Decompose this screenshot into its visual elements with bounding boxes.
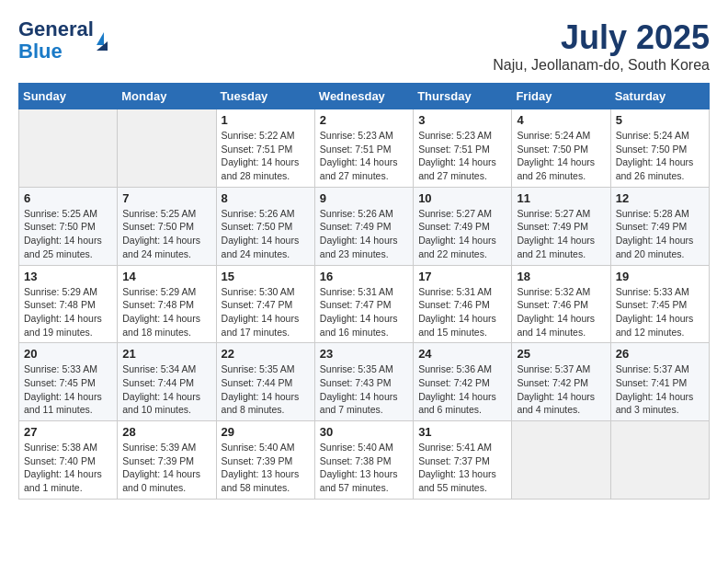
cell-info: Sunrise: 5:36 AMSunset: 7:42 PMDaylight:… bbox=[418, 362, 506, 417]
calendar-cell: 6Sunrise: 5:25 AMSunset: 7:50 PMDaylight… bbox=[19, 187, 118, 265]
cell-info: Sunrise: 5:24 AMSunset: 7:50 PMDaylight:… bbox=[517, 129, 605, 183]
cell-info: Sunrise: 5:23 AMSunset: 7:51 PMDaylight:… bbox=[320, 129, 408, 183]
day-number: 30 bbox=[320, 425, 408, 439]
page-title: July 2025 bbox=[493, 18, 710, 57]
calendar-cell: 24Sunrise: 5:36 AMSunset: 7:42 PMDayligh… bbox=[414, 343, 512, 421]
calendar-cell: 29Sunrise: 5:40 AMSunset: 7:39 PMDayligh… bbox=[216, 421, 314, 500]
calendar-cell: 7Sunrise: 5:25 AMSunset: 7:50 PMDaylight… bbox=[118, 187, 216, 265]
day-number: 11 bbox=[517, 191, 605, 205]
day-number: 22 bbox=[222, 347, 310, 361]
day-number: 7 bbox=[122, 191, 210, 205]
day-number: 9 bbox=[320, 191, 408, 205]
calendar-cell: 13Sunrise: 5:29 AMSunset: 7:48 PMDayligh… bbox=[19, 265, 118, 343]
calendar-cell: 25Sunrise: 5:37 AMSunset: 7:42 PMDayligh… bbox=[512, 343, 610, 421]
calendar-cell bbox=[512, 421, 610, 500]
day-number: 23 bbox=[320, 347, 408, 361]
calendar-cell: 10Sunrise: 5:27 AMSunset: 7:49 PMDayligh… bbox=[414, 187, 512, 265]
cell-info: Sunrise: 5:32 AMSunset: 7:46 PMDaylight:… bbox=[517, 285, 605, 339]
calendar-cell: 30Sunrise: 5:40 AMSunset: 7:38 PMDayligh… bbox=[314, 421, 413, 500]
calendar-cell: 23Sunrise: 5:35 AMSunset: 7:43 PMDayligh… bbox=[314, 343, 413, 421]
calendar-week: 20Sunrise: 5:33 AMSunset: 7:45 PMDayligh… bbox=[19, 343, 710, 421]
calendar-cell: 14Sunrise: 5:29 AMSunset: 7:48 PMDayligh… bbox=[118, 265, 216, 343]
calendar-cell: 20Sunrise: 5:33 AMSunset: 7:45 PMDayligh… bbox=[19, 343, 118, 421]
cell-info: Sunrise: 5:25 AMSunset: 7:50 PMDaylight:… bbox=[24, 207, 112, 261]
day-number: 26 bbox=[616, 347, 704, 361]
cell-info: Sunrise: 5:24 AMSunset: 7:50 PMDaylight:… bbox=[616, 129, 704, 183]
calendar-cell: 12Sunrise: 5:28 AMSunset: 7:49 PMDayligh… bbox=[610, 187, 709, 265]
calendar-cell: 19Sunrise: 5:33 AMSunset: 7:45 PMDayligh… bbox=[610, 265, 709, 343]
cell-info: Sunrise: 5:31 AMSunset: 7:47 PMDaylight:… bbox=[320, 285, 408, 339]
cell-info: Sunrise: 5:40 AMSunset: 7:38 PMDaylight:… bbox=[320, 441, 408, 495]
cell-info: Sunrise: 5:28 AMSunset: 7:49 PMDaylight:… bbox=[616, 207, 704, 261]
day-header: Saturday bbox=[610, 84, 709, 109]
day-number: 3 bbox=[418, 113, 506, 127]
calendar-cell: 16Sunrise: 5:31 AMSunset: 7:47 PMDayligh… bbox=[314, 265, 413, 343]
calendar-cell: 9Sunrise: 5:26 AMSunset: 7:49 PMDaylight… bbox=[314, 187, 413, 265]
cell-info: Sunrise: 5:33 AMSunset: 7:45 PMDaylight:… bbox=[616, 285, 704, 339]
cell-info: Sunrise: 5:26 AMSunset: 7:49 PMDaylight:… bbox=[320, 207, 408, 261]
day-number: 10 bbox=[418, 191, 506, 205]
cell-info: Sunrise: 5:35 AMSunset: 7:44 PMDaylight:… bbox=[222, 362, 310, 417]
day-number: 12 bbox=[616, 191, 704, 205]
day-number: 27 bbox=[24, 425, 112, 439]
calendar-cell: 18Sunrise: 5:32 AMSunset: 7:46 PMDayligh… bbox=[512, 265, 610, 343]
day-header: Thursday bbox=[414, 84, 512, 109]
day-header: Friday bbox=[512, 84, 610, 109]
day-number: 2 bbox=[320, 113, 408, 127]
day-number: 25 bbox=[517, 347, 605, 361]
calendar-cell: 27Sunrise: 5:38 AMSunset: 7:40 PMDayligh… bbox=[19, 421, 118, 500]
calendar-cell: 1Sunrise: 5:22 AMSunset: 7:51 PMDaylight… bbox=[216, 109, 314, 188]
day-header: Tuesday bbox=[216, 84, 314, 109]
calendar-cell: 4Sunrise: 5:24 AMSunset: 7:50 PMDaylight… bbox=[512, 109, 610, 188]
day-number: 15 bbox=[222, 270, 310, 283]
day-number: 24 bbox=[418, 347, 506, 361]
calendar-cell: 22Sunrise: 5:35 AMSunset: 7:44 PMDayligh… bbox=[216, 343, 314, 421]
cell-info: Sunrise: 5:37 AMSunset: 7:41 PMDaylight:… bbox=[616, 362, 704, 417]
day-number: 29 bbox=[222, 425, 310, 439]
calendar-cell bbox=[118, 109, 216, 188]
day-header: Monday bbox=[118, 84, 216, 109]
cell-info: Sunrise: 5:29 AMSunset: 7:48 PMDaylight:… bbox=[122, 285, 210, 339]
cell-info: Sunrise: 5:39 AMSunset: 7:39 PMDaylight:… bbox=[122, 441, 210, 495]
calendar-table: SundayMondayTuesdayWednesdayThursdayFrid… bbox=[18, 83, 710, 500]
calendar-body: 1Sunrise: 5:22 AMSunset: 7:51 PMDaylight… bbox=[19, 109, 710, 500]
cell-info: Sunrise: 5:31 AMSunset: 7:46 PMDaylight:… bbox=[418, 285, 506, 339]
calendar-cell bbox=[19, 109, 118, 188]
day-number: 18 bbox=[517, 270, 605, 283]
cell-info: Sunrise: 5:30 AMSunset: 7:47 PMDaylight:… bbox=[222, 285, 310, 339]
cell-info: Sunrise: 5:22 AMSunset: 7:51 PMDaylight:… bbox=[222, 129, 310, 183]
logo-text: GeneralBlue bbox=[18, 18, 94, 63]
cell-info: Sunrise: 5:23 AMSunset: 7:51 PMDaylight:… bbox=[418, 129, 506, 183]
page-subtitle: Naju, Jeollanam-do, South Korea bbox=[493, 57, 710, 74]
calendar-cell: 2Sunrise: 5:23 AMSunset: 7:51 PMDaylight… bbox=[314, 109, 413, 188]
cell-info: Sunrise: 5:27 AMSunset: 7:49 PMDaylight:… bbox=[418, 207, 506, 261]
title-area: July 2025 Naju, Jeollanam-do, South Kore… bbox=[493, 18, 710, 74]
page-header: GeneralBlue July 2025 Naju, Jeollanam-do… bbox=[18, 18, 710, 74]
day-number: 17 bbox=[418, 270, 506, 283]
cell-info: Sunrise: 5:34 AMSunset: 7:44 PMDaylight:… bbox=[122, 362, 210, 417]
calendar-cell bbox=[610, 421, 709, 500]
day-number: 1 bbox=[222, 113, 310, 127]
calendar-header: SundayMondayTuesdayWednesdayThursdayFrid… bbox=[19, 84, 710, 109]
calendar-week: 6Sunrise: 5:25 AMSunset: 7:50 PMDaylight… bbox=[19, 187, 710, 265]
calendar-cell: 5Sunrise: 5:24 AMSunset: 7:50 PMDaylight… bbox=[610, 109, 709, 188]
calendar-cell: 8Sunrise: 5:26 AMSunset: 7:50 PMDaylight… bbox=[216, 187, 314, 265]
calendar-cell: 11Sunrise: 5:27 AMSunset: 7:49 PMDayligh… bbox=[512, 187, 610, 265]
day-number: 8 bbox=[222, 191, 310, 205]
cell-info: Sunrise: 5:41 AMSunset: 7:37 PMDaylight:… bbox=[418, 441, 506, 495]
cell-info: Sunrise: 5:37 AMSunset: 7:42 PMDaylight:… bbox=[517, 362, 605, 417]
day-number: 28 bbox=[122, 425, 210, 439]
day-header: Wednesday bbox=[314, 84, 413, 109]
day-number: 4 bbox=[517, 113, 605, 127]
day-number: 14 bbox=[122, 270, 210, 283]
cell-info: Sunrise: 5:27 AMSunset: 7:49 PMDaylight:… bbox=[517, 207, 605, 261]
day-number: 19 bbox=[616, 270, 704, 283]
cell-info: Sunrise: 5:33 AMSunset: 7:45 PMDaylight:… bbox=[24, 362, 112, 417]
day-number: 13 bbox=[24, 270, 112, 283]
logo: GeneralBlue bbox=[18, 18, 108, 63]
cell-info: Sunrise: 5:29 AMSunset: 7:48 PMDaylight:… bbox=[24, 285, 112, 339]
calendar-week: 13Sunrise: 5:29 AMSunset: 7:48 PMDayligh… bbox=[19, 265, 710, 343]
calendar-cell: 31Sunrise: 5:41 AMSunset: 7:37 PMDayligh… bbox=[414, 421, 512, 500]
day-number: 20 bbox=[24, 347, 112, 361]
calendar-cell: 3Sunrise: 5:23 AMSunset: 7:51 PMDaylight… bbox=[414, 109, 512, 188]
